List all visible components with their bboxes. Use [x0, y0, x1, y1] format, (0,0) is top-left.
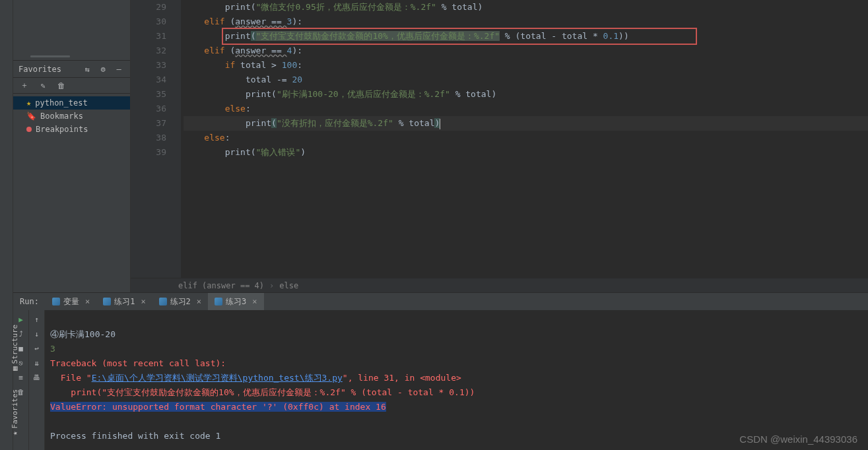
code-line[interactable]: print("输入错误"): [184, 145, 868, 160]
run-tab[interactable]: 练习2×: [152, 293, 208, 310]
gutter[interactable]: 2930313233343536373839: [131, 0, 181, 278]
gear-icon[interactable]: ⚙: [97, 63, 109, 75]
rail-structure[interactable]: ▦Structure: [11, 325, 19, 371]
expand-icon[interactable]: ⇆: [81, 63, 93, 75]
breakpoint-icon: [26, 127, 32, 132]
up-icon[interactable]: ↑: [32, 314, 42, 325]
console-line: print("支付宝支付鼓励金付款金额的10%，优惠后应付金额是：%.2f" %…: [50, 387, 475, 397]
console-line: Traceback (most recent call last):: [50, 358, 226, 368]
delete-icon[interactable]: 🗑: [55, 80, 67, 92]
rerun-icon[interactable]: ▶: [16, 314, 26, 325]
left-tool-rail[interactable]: ▦Structure ★Favorites: [0, 0, 13, 450]
file-link[interactable]: E:\桌面\个人学习资料\测试学习资料\python_test\练习3.py: [92, 373, 343, 383]
tool-icon[interactable]: ≡: [16, 372, 26, 383]
console-line: 3: [50, 344, 55, 354]
chevron-right-icon: ›: [269, 281, 274, 290]
console-output[interactable]: ④刷卡满100-20 3 Traceback (most recent call…: [45, 310, 868, 450]
star-icon: ★: [26, 98, 31, 108]
code-line[interactable]: total -= 20: [184, 73, 868, 87]
code-line[interactable]: print("微信支付0.95折，优惠后应付金额是：%.2f" % total): [184, 0, 868, 15]
code-line[interactable]: elif (answer == 4):: [184, 44, 868, 58]
close-icon[interactable]: ×: [252, 297, 257, 306]
tree-item-bookmarks[interactable]: 🔖Bookmarks: [13, 110, 130, 123]
tree-item-python-test[interactable]: ★python_test: [13, 96, 130, 110]
code-line[interactable]: print("没有折扣，应付金额是%.2f" % total): [184, 116, 868, 131]
code-line[interactable]: print("刷卡满100-20，优惠后应付金额是：%.2f" % total): [184, 87, 868, 102]
run-left-toolbar-2: ↑ ↓ ↩ ⇊ 🖶: [29, 310, 45, 450]
close-icon[interactable]: ×: [85, 297, 90, 306]
print-icon[interactable]: 🖶: [32, 372, 42, 383]
code-line[interactable]: else:: [184, 131, 868, 145]
code-editor[interactable]: 2930313233343536373839 print("微信支付0.95折，…: [131, 0, 868, 292]
run-tabs-bar: Run: 变量×练习1×练习2×练习3×: [13, 293, 868, 310]
minimap-placeholder: [13, 0, 130, 61]
run-tab[interactable]: 练习3×: [208, 293, 263, 310]
edit-icon[interactable]: ✎: [37, 80, 49, 92]
run-tab[interactable]: 变量×: [46, 293, 96, 310]
tree-item-breakpoints[interactable]: Breakpoints: [13, 123, 130, 136]
breadcrumb-part[interactable]: elif (answer == 4): [178, 281, 264, 290]
code-line[interactable]: elif (answer == 3):: [184, 15, 868, 29]
code-line[interactable]: if total > 100:: [184, 58, 868, 73]
breadcrumb-part[interactable]: else: [279, 281, 298, 290]
breadcrumb[interactable]: elif (answer == 4) › else: [131, 278, 868, 292]
close-icon[interactable]: ×: [197, 297, 201, 306]
close-icon[interactable]: ×: [141, 297, 145, 306]
watermark: CSDN @weixin_44393036: [739, 434, 857, 445]
rail-favorites[interactable]: ★Favorites: [11, 389, 19, 435]
hide-icon[interactable]: —: [113, 63, 125, 75]
code-line[interactable]: print("支付宝支付鼓励金付款金额的10%，优惠后应付金额是：%.2f" %…: [184, 29, 868, 44]
console-line-selected: ValueError: unsupported format character…: [50, 402, 386, 412]
code-line[interactable]: else:: [184, 102, 868, 116]
code-area[interactable]: print("微信支付0.95折，优惠后应付金额是：%.2f" % total)…: [181, 0, 868, 278]
run-label: Run:: [13, 297, 46, 306]
favorites-title: Favorites: [18, 65, 77, 74]
bookmark-icon: 🔖: [26, 112, 36, 121]
run-tab[interactable]: 练习1×: [96, 293, 152, 310]
console-line: File "E:\桌面\个人学习资料\测试学习资料\python_test\练习…: [50, 373, 461, 383]
console-line: Process finished with exit code 1: [50, 431, 220, 441]
wrap-icon[interactable]: ↩: [32, 343, 42, 354]
add-icon[interactable]: ＋: [18, 80, 30, 92]
console-line: ④刷卡满100-20: [50, 329, 116, 339]
down-icon[interactable]: ↓: [32, 329, 42, 339]
favorites-panel: Favorites ⇆ ⚙ — ＋ ✎ 🗑 ★python_test 🔖Book…: [13, 0, 131, 292]
scroll-icon[interactable]: ⇊: [32, 358, 42, 368]
